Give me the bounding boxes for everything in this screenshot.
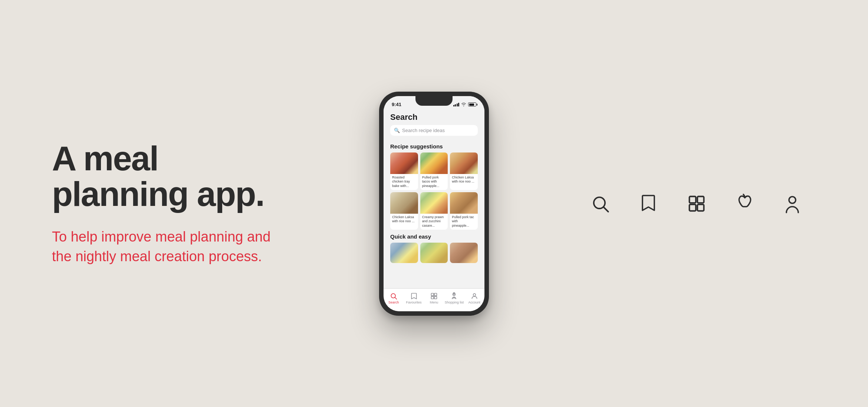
recipe-image-2 — [420, 152, 448, 174]
phone-mockup: 9:41 — [379, 92, 489, 316]
recipe-card-6[interactable]: Pulled pork tac with pineapple... — [450, 192, 478, 230]
person-icon — [783, 193, 801, 214]
tab-search-label: Search — [388, 301, 399, 304]
recipe-name-2: Pulled pork tacos with pineapple... — [420, 174, 448, 190]
quick-card-1[interactable] — [390, 243, 418, 263]
tab-shopping-label: Shopping list — [445, 301, 464, 304]
recipe-name-1: Roasted chicken tray bake with... — [390, 174, 418, 190]
menu-tab-icon — [430, 292, 438, 300]
svg-point-15 — [789, 197, 796, 203]
quick-image-3 — [450, 243, 478, 263]
quick-easy-grid — [384, 243, 484, 263]
search-icon — [591, 194, 610, 213]
tab-favourites-label: Favourites — [406, 301, 422, 304]
search-input[interactable]: Search recipe ideas — [402, 128, 445, 133]
recipe-card-4[interactable]: Chicken Laksa with rice noo ... — [390, 192, 418, 230]
signal-icon — [453, 103, 460, 106]
nav-menu-icon — [687, 194, 706, 213]
tab-menu-label: Menu — [430, 301, 438, 304]
quick-easy-label: Quick and easy — [384, 230, 484, 243]
left-section: A meal planning app. To help improve mea… — [52, 141, 274, 267]
quick-image-1 — [390, 243, 418, 263]
svg-rect-11 — [690, 196, 696, 203]
search-screen-title: Search — [390, 112, 478, 122]
recipe-image-1 — [390, 152, 418, 174]
svg-rect-13 — [690, 204, 696, 211]
app-content: Search 🔍 Search recipe ideas Recipe sugg… — [384, 109, 484, 291]
nav-search-icon — [591, 194, 610, 213]
recipe-image-6 — [450, 192, 478, 214]
recipe-name-6: Pulled pork tac with pineapple... — [450, 214, 478, 230]
status-icons — [453, 102, 477, 106]
phone-notch — [415, 96, 453, 106]
search-bar-icon: 🔍 — [394, 128, 400, 133]
apple-icon — [736, 193, 754, 214]
search-header: Search 🔍 Search recipe ideas — [384, 109, 484, 140]
shopping-tab-icon — [450, 292, 458, 300]
account-tab-icon — [471, 292, 478, 300]
tab-account[interactable]: Account — [464, 289, 484, 308]
svg-point-8 — [473, 293, 476, 296]
recipe-card-3[interactable]: Chicken Laksa with rice noo ... — [450, 152, 478, 190]
search-tab-icon — [390, 292, 397, 300]
right-nav-icons — [591, 193, 801, 214]
recipe-card-5[interactable]: Creamy prawn and zucchini casare... — [420, 192, 448, 230]
svg-rect-4 — [431, 296, 434, 299]
svg-rect-12 — [697, 196, 704, 203]
recipe-grid: Roasted chicken tray bake with... Pulled… — [384, 152, 484, 230]
battery-icon — [468, 102, 476, 106]
svg-line-10 — [604, 207, 608, 211]
bookmark-icon — [640, 193, 657, 214]
recipe-card-2[interactable]: Pulled pork tacos with pineapple... — [420, 152, 448, 190]
status-time: 9:41 — [392, 102, 401, 107]
quick-card-3[interactable] — [450, 243, 478, 263]
recipe-image-3 — [450, 152, 478, 174]
tab-favourites[interactable]: Favourites — [404, 289, 424, 308]
tab-search[interactable]: Search — [384, 289, 404, 308]
svg-rect-5 — [434, 296, 437, 299]
quick-image-2 — [420, 243, 448, 263]
svg-rect-2 — [431, 293, 434, 296]
phone-outer: 9:41 — [379, 92, 489, 316]
recipe-name-5: Creamy prawn and zucchini casare... — [420, 214, 448, 230]
bookmark-tab-icon — [410, 292, 418, 300]
search-bar[interactable]: 🔍 Search recipe ideas — [390, 125, 478, 136]
wifi-icon — [461, 102, 466, 106]
nav-bookmark-icon — [640, 193, 657, 214]
grid-icon — [687, 194, 706, 213]
recipe-image-4 — [390, 192, 418, 214]
tab-menu[interactable]: Menu — [424, 289, 444, 308]
svg-rect-14 — [697, 204, 704, 211]
tab-bar: Search Favourites Menu — [384, 288, 484, 311]
tab-shopping[interactable]: Shopping list — [444, 289, 464, 308]
svg-line-1 — [395, 298, 397, 299]
recipe-name-4: Chicken Laksa with rice noo ... — [390, 214, 418, 225]
recipe-image-5 — [420, 192, 448, 214]
nav-shopping-icon — [736, 193, 754, 214]
subtitle: To help improve meal planning andthe nig… — [52, 227, 274, 266]
recipe-name-3: Chicken Laksa with rice noo ... — [450, 174, 478, 186]
phone-screen: 9:41 — [384, 96, 484, 311]
recipe-card-1[interactable]: Roasted chicken tray bake with... — [390, 152, 418, 190]
svg-rect-3 — [434, 293, 437, 296]
nav-account-icon — [783, 193, 801, 214]
main-title: A meal planning app. — [52, 141, 274, 212]
quick-card-2[interactable] — [420, 243, 448, 263]
tab-account-label: Account — [468, 301, 481, 304]
recipe-suggestions-label: Recipe suggestions — [384, 140, 484, 152]
